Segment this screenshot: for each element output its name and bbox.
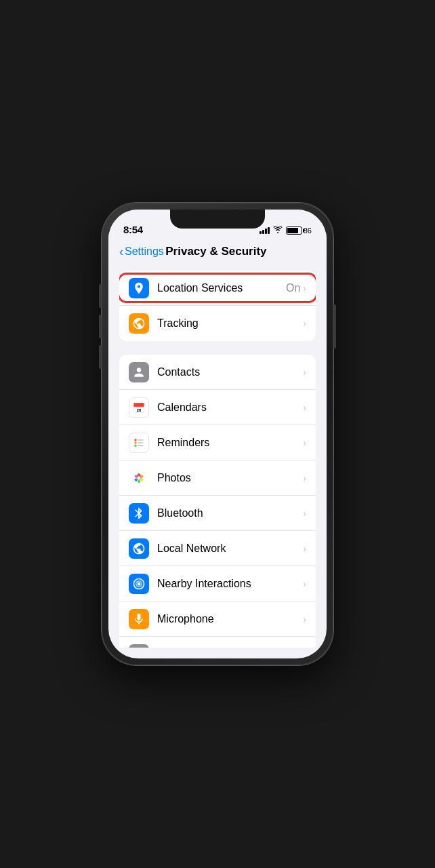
section-top: Location Services On › Tracking ›	[119, 271, 316, 341]
location-services-item[interactable]: Location Services On ›	[119, 271, 316, 306]
location-services-label: Location Services	[157, 282, 286, 294]
battery-level: 86	[304, 226, 312, 235]
wifi-icon	[273, 226, 283, 235]
contacts-label: Contacts	[157, 366, 303, 378]
speech-recognition-item[interactable]: Speech Recognition ›	[119, 637, 316, 648]
battery-icon: 86	[286, 226, 312, 235]
phone-screen: 8:54	[108, 210, 327, 658]
contacts-item[interactable]: Contacts ›	[119, 355, 316, 390]
reminders-label: Reminders	[157, 437, 303, 449]
page-title: Privacy & Security	[164, 245, 268, 258]
svg-point-6	[134, 441, 136, 443]
calendars-label: Calendars	[157, 401, 303, 414]
tracking-chevron: ›	[303, 318, 306, 329]
local-network-icon	[129, 538, 149, 559]
local-network-label: Local Network	[157, 542, 303, 555]
microphone-item[interactable]: Microphone ›	[119, 601, 316, 637]
bluetooth-item[interactable]: Bluetooth ›	[119, 496, 316, 531]
contacts-icon	[129, 362, 149, 382]
tracking-label: Tracking	[157, 317, 303, 330]
nav-bar: ‹ Settings Privacy & Security	[108, 239, 327, 265]
notch	[170, 210, 265, 229]
microphone-label: Microphone	[157, 613, 303, 625]
back-button[interactable]: ‹ Settings	[119, 245, 164, 258]
nearby-interactions-chevron: ›	[303, 578, 306, 589]
svg-point-12	[138, 473, 140, 475]
local-network-chevron: ›	[303, 543, 306, 554]
bluetooth-icon	[129, 503, 149, 524]
calendars-chevron: ›	[303, 402, 306, 413]
photos-chevron: ›	[303, 473, 306, 484]
contacts-chevron: ›	[303, 367, 306, 378]
svg-point-13	[140, 475, 143, 477]
svg-point-16	[135, 478, 138, 481]
section-permissions: Contacts › 28 Calendars	[119, 355, 316, 648]
content-area: Location Services On › Tracking ›	[108, 265, 327, 648]
reminders-chevron: ›	[303, 437, 306, 448]
calendars-item[interactable]: 28 Calendars ›	[119, 390, 316, 425]
back-chevron-icon: ‹	[119, 245, 123, 258]
status-icons: 86	[260, 226, 312, 235]
svg-rect-8	[138, 439, 143, 441]
svg-point-17	[135, 475, 138, 477]
microphone-chevron: ›	[303, 614, 306, 625]
photos-item[interactable]: Photos ›	[119, 460, 316, 496]
location-services-icon	[129, 278, 149, 298]
local-network-item[interactable]: Local Network ›	[119, 531, 316, 566]
location-services-value: On	[286, 282, 300, 294]
tracking-icon	[129, 313, 149, 334]
svg-point-15	[138, 479, 140, 482]
svg-point-5	[134, 439, 136, 441]
reminders-item[interactable]: Reminders ›	[119, 425, 316, 460]
nearby-interactions-item[interactable]: Nearby Interactions ›	[119, 566, 316, 601]
phone-frame: 8:54	[102, 203, 333, 665]
speech-recognition-icon	[129, 644, 149, 648]
photos-icon	[129, 468, 149, 488]
svg-point-7	[134, 444, 136, 446]
svg-point-14	[140, 478, 143, 481]
signal-icon	[260, 227, 270, 234]
nearby-interactions-label: Nearby Interactions	[157, 578, 303, 590]
svg-rect-2	[134, 403, 144, 407]
svg-text:28: 28	[137, 408, 142, 412]
microphone-icon	[129, 609, 149, 629]
location-services-chevron: ›	[303, 283, 306, 294]
nearby-interactions-icon	[129, 574, 149, 594]
reminders-icon	[129, 433, 149, 453]
svg-point-18	[138, 476, 141, 479]
svg-rect-10	[138, 445, 143, 446]
bluetooth-label: Bluetooth	[157, 507, 303, 519]
back-label: Settings	[125, 245, 164, 258]
svg-point-19	[138, 582, 141, 585]
calendars-icon: 28	[129, 397, 149, 418]
photos-label: Photos	[157, 472, 303, 484]
tracking-item[interactable]: Tracking ›	[119, 306, 316, 341]
bluetooth-chevron: ›	[303, 508, 306, 519]
svg-rect-9	[138, 442, 143, 443]
status-time: 8:54	[123, 224, 143, 235]
